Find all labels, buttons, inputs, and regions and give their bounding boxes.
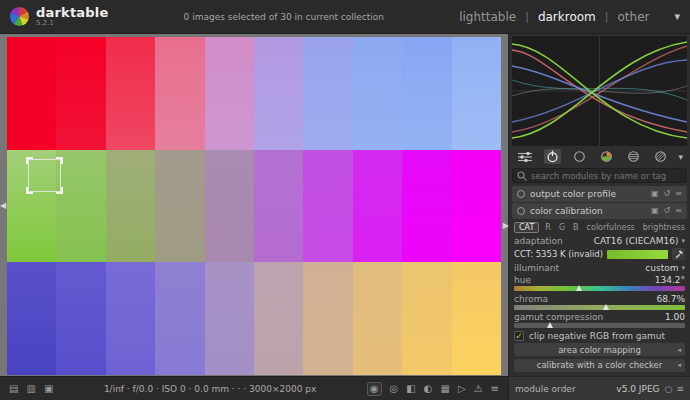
base-group-icon[interactable]: [571, 149, 588, 164]
image-bands: [7, 37, 501, 375]
slider-track[interactable]: [514, 323, 685, 328]
softproof-icon[interactable]: ◎: [390, 383, 399, 395]
slider-marker[interactable]: [547, 322, 553, 328]
darktable-window: darktable 5.2.1 0 images selected of 30 …: [0, 0, 690, 400]
raw-overexposed-icon[interactable]: ▷: [458, 383, 466, 395]
illuminant-row[interactable]: illuminant custom ▾: [514, 263, 685, 273]
gamut-compression-slider[interactable]: gamut compression 1.00: [514, 312, 685, 328]
module-search-input[interactable]: [531, 171, 682, 181]
module-order-info-icon[interactable]: ○: [665, 384, 673, 394]
adaptation-select[interactable]: CAT16 (CIECAM16) ▾: [594, 236, 685, 246]
module-color-calibration[interactable]: color calibration ▣ ↺ ≡: [512, 203, 687, 219]
overexposed-icon[interactable]: ▦: [440, 383, 449, 395]
guides-overlays-icon[interactable]: ≡: [491, 383, 499, 395]
illuminant-select[interactable]: custom ▾: [645, 263, 685, 273]
presets-icon[interactable]: ≡: [675, 207, 682, 215]
tab-colorfulness[interactable]: colorfulness: [585, 223, 637, 232]
snapshots-icon[interactable]: ▣: [44, 383, 53, 395]
cct-color-bar: [607, 250, 668, 259]
tab-brightness[interactable]: brightness: [641, 223, 687, 232]
gradient-cell: [303, 37, 352, 150]
effects-group-icon[interactable]: [652, 149, 669, 164]
gradient-cell: [155, 262, 204, 375]
checkbox-checked[interactable]: ✓: [514, 331, 524, 341]
gradient-cell: [7, 262, 56, 375]
marker-corner[interactable]: [56, 157, 63, 164]
tab-cat[interactable]: CAT: [514, 222, 539, 233]
right-panel-toggle-icon[interactable]: ▶: [503, 222, 509, 230]
tab-r[interactable]: R: [543, 223, 553, 232]
pipeline-version: v5.0 JPEG: [616, 384, 659, 394]
reset-icon[interactable]: ↺: [664, 190, 671, 198]
tab-g[interactable]: G: [557, 223, 567, 232]
correct-group-icon[interactable]: [625, 149, 642, 164]
focus-peaking-icon[interactable]: ◉: [367, 382, 382, 396]
module-order-bar[interactable]: module order v5.0 JPEG ○≡: [508, 376, 690, 400]
marker-corner[interactable]: [26, 157, 33, 164]
second-window-icon[interactable]: ▥: [26, 383, 35, 395]
gamut-check-icon[interactable]: ◧: [406, 383, 415, 395]
reset-icon[interactable]: ↺: [664, 207, 671, 215]
instances-icon[interactable]: ▣: [651, 190, 659, 198]
slider-marker[interactable]: [576, 285, 582, 291]
bottom-bar: ▤▥▣ 1/inf · f/0.0 · ISO 0 · 0.0 mm · · ·…: [0, 376, 690, 400]
chroma-slider[interactable]: chroma 68.7%: [514, 294, 685, 310]
slider-label: hue: [514, 275, 531, 285]
search-icon: [517, 171, 527, 181]
slider-track[interactable]: [514, 286, 685, 291]
view-lighttable[interactable]: lighttable: [459, 10, 516, 24]
edited-image[interactable]: [7, 37, 501, 375]
slider-track[interactable]: [514, 305, 685, 310]
color-calibration-body: CATRGBcolorfulnessbrightnessgray adaptat…: [514, 222, 685, 372]
module-title: color calibration: [530, 206, 646, 216]
tab-b[interactable]: B: [571, 223, 581, 232]
active-modules-icon[interactable]: [544, 149, 561, 164]
calibrate-color-checker-button[interactable]: calibrate with a color checker ◂: [514, 359, 685, 372]
right-panel: ▾ output color profile ▣ ↺ ≡ color calib…: [508, 34, 690, 376]
iso12646-icon[interactable]: ◐: [424, 383, 433, 395]
groups-chevron-down-icon[interactable]: ▾: [678, 152, 683, 162]
marker-corner[interactable]: [56, 187, 63, 194]
view-other[interactable]: other: [618, 10, 650, 24]
gradient-band-2: [7, 150, 501, 263]
slider-value: 1.00: [665, 312, 685, 322]
gradient-cell: [205, 150, 254, 263]
gradient-cell: [353, 150, 402, 263]
hue-slider[interactable]: hue 134.2°: [514, 275, 685, 291]
view-darkroom[interactable]: darkroom: [538, 10, 596, 24]
gradient-cell: [7, 37, 56, 150]
warning-icon[interactable]: ⚠: [474, 383, 483, 395]
gradient-cell: [452, 262, 501, 375]
eyedropper-icon: [674, 249, 684, 259]
darktable-logo-icon: [10, 7, 29, 26]
module-power-icon[interactable]: [517, 190, 525, 198]
top-bar: darktable 5.2.1 0 images selected of 30 …: [0, 0, 690, 34]
clip-negative-rgb-row[interactable]: ✓ clip negative RGB from gamut: [514, 331, 685, 341]
gradient-cell: [254, 150, 303, 263]
area-color-mapping-button[interactable]: area color mapping ◂: [514, 343, 685, 356]
instances-icon[interactable]: ▣: [651, 207, 659, 215]
gradient-cell: [56, 150, 105, 263]
quick-access-icon[interactable]: [516, 150, 534, 164]
module-order-presets-icon[interactable]: ≡: [676, 384, 684, 394]
color-group-icon[interactable]: [598, 149, 615, 164]
presets-icon[interactable]: ≡: [675, 190, 682, 198]
app-version: 5.2.1: [36, 19, 109, 27]
module-output-color-profile[interactable]: output color profile ▣ ↺ ≡: [512, 186, 687, 202]
color-picker-button[interactable]: [672, 248, 685, 260]
styles-icon[interactable]: ▤: [9, 383, 18, 395]
area-selection-marker[interactable]: [28, 159, 61, 192]
gradient-cell: [402, 150, 451, 263]
module-group-bar: ▾: [512, 147, 687, 166]
scope-histogram[interactable]: [512, 36, 687, 146]
slider-value: 134.2°: [655, 275, 685, 285]
module-title: output color profile: [530, 189, 646, 199]
module-power-icon[interactable]: [517, 207, 525, 215]
gradient-cell: [353, 262, 402, 375]
adaptation-row[interactable]: adaptation CAT16 (CIECAM16) ▾: [514, 236, 685, 246]
left-panel-toggle-icon[interactable]: ◀: [0, 202, 6, 210]
chevron-down-icon[interactable]: ▾: [674, 10, 680, 23]
collapse-arrow-icon: ◂: [677, 346, 681, 354]
marker-corner[interactable]: [26, 187, 33, 194]
slider-marker[interactable]: [603, 304, 609, 310]
